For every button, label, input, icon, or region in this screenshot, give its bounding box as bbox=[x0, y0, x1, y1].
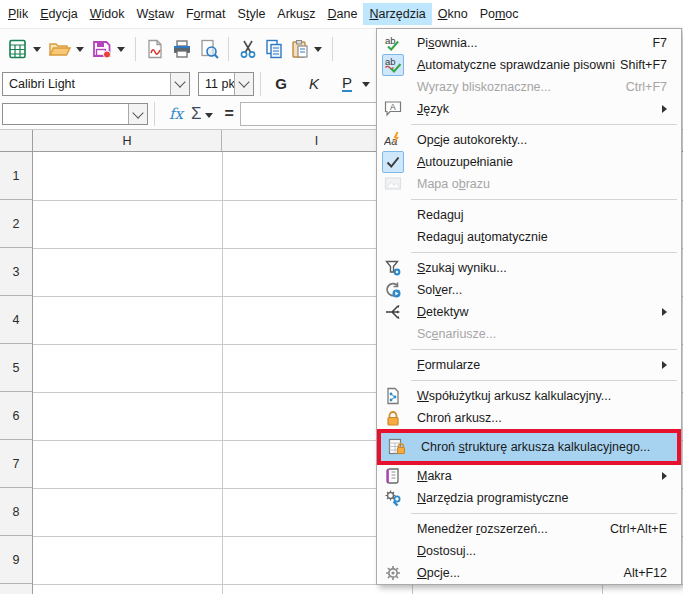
menu-item-label: Scenariusze... bbox=[409, 327, 667, 341]
menu-item-autouzupelnianie[interactable]: Autouzupełnianie bbox=[377, 151, 681, 173]
label-text: ęzyk bbox=[423, 102, 449, 116]
row-header-partial[interactable] bbox=[0, 584, 32, 594]
options-gear-icon bbox=[377, 564, 409, 582]
label-mnemonic: e bbox=[432, 327, 439, 341]
menubar-item-dane[interactable]: Dane bbox=[322, 3, 364, 25]
menu-item-jezyk[interactable]: A Język bbox=[377, 98, 681, 120]
label-mnemonic: N bbox=[417, 491, 426, 505]
label-mnemonic: M bbox=[417, 469, 427, 483]
row-header-1[interactable]: 1 bbox=[0, 152, 32, 200]
name-box[interactable] bbox=[2, 103, 148, 125]
label-mnemonic: D bbox=[417, 305, 426, 319]
menu-item-szukaj-wyniku[interactable]: Szukaj wyniku... bbox=[377, 257, 681, 279]
paste-dropdown-arrow-icon[interactable] bbox=[314, 47, 322, 56]
menu-separator bbox=[411, 380, 677, 381]
open-dropdown-arrow-icon[interactable] bbox=[76, 47, 84, 56]
label-text: taw bbox=[155, 7, 174, 21]
menubar-item-pomoc[interactable]: Pomoc bbox=[474, 3, 525, 25]
paste-button[interactable] bbox=[287, 35, 313, 63]
row-header-3[interactable]: 3 bbox=[0, 248, 32, 296]
image-map-icon bbox=[377, 175, 409, 193]
menu-item-label: Język bbox=[409, 102, 662, 116]
menu-item-narzedzia-programistyczne[interactable]: Narzędzia programistyczne bbox=[377, 487, 681, 509]
menu-item-label: Szukaj wyniku... bbox=[409, 261, 667, 275]
menu-item-dostosuj[interactable]: Dostosuj... bbox=[377, 540, 681, 562]
italic-button[interactable]: K bbox=[300, 71, 328, 97]
menu-item-opcje[interactable]: Opcje... Alt+F12 bbox=[377, 562, 681, 584]
menubar-item-narzedzia[interactable]: Narzędzia bbox=[363, 3, 431, 25]
menu-item-opcje-autokorekty[interactable]: Aa Opcje autokorekty... bbox=[377, 129, 681, 151]
formula-button[interactable]: = bbox=[225, 105, 234, 123]
menubar-item-okno[interactable]: Okno bbox=[432, 3, 474, 25]
row-header-6[interactable]: 6 bbox=[0, 392, 32, 440]
label-text: utomatyczne sprawdzanie pisowni bbox=[425, 58, 615, 72]
name-box-dropdown-button[interactable] bbox=[128, 104, 147, 124]
menubar-item-plik[interactable]: Plik bbox=[2, 3, 34, 25]
label-text: zukaj wyniku... bbox=[425, 261, 506, 275]
bold-button[interactable]: G bbox=[267, 71, 295, 97]
underline-button[interactable]: P bbox=[333, 71, 361, 97]
menu-item-automatyczne-sprawdzanie-pisowni[interactable]: ab Automatyczne sprawdzanie pisowni Shif… bbox=[377, 54, 681, 76]
label-text: ane bbox=[337, 7, 358, 21]
select-all-corner[interactable] bbox=[0, 130, 33, 152]
menu-item-solver[interactable]: Solver... bbox=[377, 279, 681, 301]
label-text: Redaguj au bbox=[417, 230, 481, 244]
label-text: S bbox=[238, 7, 246, 21]
menubar-item-style[interactable]: Style bbox=[232, 3, 272, 25]
row-header-8[interactable]: 8 bbox=[0, 488, 32, 536]
open-button[interactable] bbox=[45, 35, 75, 63]
menubar-item-widok[interactable]: Widok bbox=[84, 3, 131, 25]
new-dropdown-arrow-icon[interactable] bbox=[33, 47, 41, 56]
print-button[interactable] bbox=[168, 35, 196, 63]
font-name-combobox[interactable]: Calibri Light bbox=[2, 72, 190, 96]
menu-item-wspoluzytkuj-arkusz[interactable]: Współużytkuj arkusz kalkulacyjny... bbox=[377, 385, 681, 407]
toolbar-separator bbox=[228, 37, 229, 61]
menubar-item-arkusz[interactable]: Arkusz bbox=[271, 3, 321, 25]
solver-icon bbox=[377, 281, 409, 299]
font-size-combobox[interactable]: 11 pkt bbox=[198, 72, 254, 96]
menu-item-detektyw[interactable]: Detektyw bbox=[377, 301, 681, 323]
save-button[interactable] bbox=[88, 35, 116, 63]
menu-item-redaguj-automatycznie[interactable]: Redaguj automatycznie bbox=[377, 226, 681, 248]
underline-label: P bbox=[342, 75, 352, 93]
menu-item-scenariusze: Scenariusze... bbox=[377, 323, 681, 345]
menu-item-redaguj[interactable]: Redaguj bbox=[377, 204, 681, 226]
copy-button[interactable] bbox=[261, 35, 287, 63]
sum-dropdown-arrow-icon[interactable] bbox=[205, 113, 213, 122]
cut-button[interactable] bbox=[235, 35, 261, 63]
export-pdf-button[interactable] bbox=[142, 35, 168, 63]
row-header-2[interactable]: 2 bbox=[0, 200, 32, 248]
font-name-dropdown-button[interactable] bbox=[170, 73, 189, 95]
label-text: Sc bbox=[417, 327, 432, 341]
menu-item-formularze[interactable]: Formularze bbox=[377, 354, 681, 376]
menu-item-menedzer-rozszerzen[interactable]: Menedżer rozszerzeń... Ctrl+Alt+E bbox=[377, 518, 681, 540]
menu-item-pisownia[interactable]: ab Pisownia... F7 bbox=[377, 32, 681, 54]
gridline bbox=[222, 152, 223, 594]
submenu-arrow-icon bbox=[662, 105, 671, 113]
label-text: trukturę arkusza kalkulacyjnego... bbox=[465, 440, 651, 454]
menu-item-chron-strukture-arkusza[interactable]: Chroń strukturę arkusza kalkulacyjnego..… bbox=[377, 429, 681, 465]
menubar-item-format[interactable]: Format bbox=[180, 3, 232, 25]
detective-icon bbox=[377, 303, 409, 321]
sum-button[interactable]: Σ bbox=[191, 104, 202, 124]
new-spreadsheet-button[interactable] bbox=[4, 35, 32, 63]
label-mnemonic: F bbox=[417, 358, 425, 372]
menu-item-makra[interactable]: Makra bbox=[377, 465, 681, 487]
menu-item-label: Pisownia... bbox=[409, 36, 652, 50]
row-headers: 1 2 3 4 5 6 7 8 9 bbox=[0, 152, 33, 594]
label-text: rmat bbox=[201, 7, 226, 21]
row-header-5[interactable]: 5 bbox=[0, 344, 32, 392]
menu-item-chron-arkusz[interactable]: Chroń arkusz... bbox=[377, 407, 681, 429]
row-header-4[interactable]: 4 bbox=[0, 296, 32, 344]
save-dropdown-arrow-icon[interactable] bbox=[117, 47, 125, 56]
row-header-9[interactable]: 9 bbox=[0, 536, 32, 584]
function-wizard-button[interactable]: fx bbox=[169, 105, 183, 123]
column-header-h[interactable]: H bbox=[33, 130, 222, 151]
row-header-7[interactable]: 7 bbox=[0, 440, 32, 488]
menubar-item-edycja[interactable]: Edycja bbox=[34, 3, 84, 25]
font-size-dropdown-button[interactable] bbox=[234, 73, 253, 95]
chevron-down-icon bbox=[132, 107, 143, 118]
underline-dropdown-arrow-icon[interactable] bbox=[362, 82, 370, 91]
menubar-item-wstaw[interactable]: Wstaw bbox=[130, 3, 180, 25]
print-preview-button[interactable] bbox=[196, 35, 222, 63]
